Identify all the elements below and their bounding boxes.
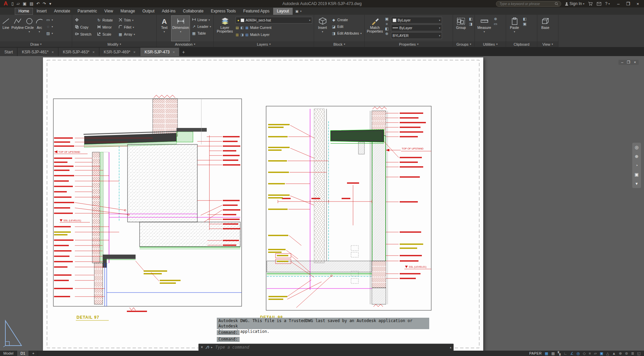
annotation-scale-icon[interactable]: ⊕ — [619, 351, 622, 356]
ribbon-tab[interactable]: Add-ins — [158, 8, 179, 15]
linetype-dropdown[interactable]: BYLAYER ▾ — [391, 32, 442, 39]
command-customize-wrench-icon[interactable] — [205, 345, 209, 349]
fullscreen-icon[interactable]: ◱ — [637, 351, 641, 356]
cut-icon[interactable]: ◧ — [523, 17, 527, 21]
copy-clip-icon[interactable]: ▣ — [523, 22, 527, 26]
command-history-toggle-icon[interactable]: ▴ — [450, 346, 451, 349]
file-tab-close-icon[interactable]: × — [133, 50, 135, 54]
ribbon-tab[interactable]: Home — [15, 8, 33, 15]
workspace-gear-icon[interactable]: ⊛ — [625, 351, 628, 356]
drawing-minimize-button[interactable]: – — [620, 60, 625, 64]
drawing-restore-button[interactable]: ❐ — [626, 60, 631, 64]
measure-button[interactable]: Measure▾ — [476, 16, 492, 41]
scale-button[interactable]: Scale — [96, 31, 114, 37]
selection-cycling-icon[interactable]: ▣ — [600, 351, 603, 356]
ungroup-icon[interactable]: ◧ — [468, 17, 473, 21]
search-icon[interactable] — [555, 2, 558, 6]
qat-dropdown-icon[interactable]: ▾ — [49, 1, 51, 6]
layers-panel-footer[interactable]: Layers▾ — [214, 41, 314, 47]
utilities-panel-footer[interactable]: Utilities▾ — [475, 41, 506, 47]
ribbon-tab[interactable]: Insert — [33, 8, 50, 15]
file-tab-close-icon[interactable]: × — [93, 50, 95, 54]
view-panel-footer[interactable]: View▾ — [537, 41, 558, 47]
new-layout-button[interactable]: + — [29, 351, 38, 356]
polar-tracking-icon[interactable]: ∠ — [570, 351, 574, 356]
match-properties-button[interactable]: Match Properties — [366, 16, 384, 41]
ribbon-tab[interactable]: Collaborate — [179, 8, 207, 15]
object-snap-icon[interactable]: ◎ — [577, 351, 580, 356]
paper-space-indicator[interactable]: PAPER — [529, 351, 542, 355]
insert-button[interactable]: Insert▾ — [315, 16, 330, 41]
paste-button[interactable]: Paste▾ — [507, 16, 522, 41]
cad-drawing[interactable]: TOP OF UPSTAND SSL (LEVEL01) DETAIL 97 — [43, 57, 483, 351]
close-button[interactable]: × — [633, 0, 643, 7]
search-box[interactable] — [496, 1, 561, 7]
autocad-logo-icon[interactable]: A — [0, 0, 11, 7]
base-button[interactable]: Base — [539, 16, 552, 41]
lineweight-list-icon[interactable]: ≡ — [385, 22, 389, 26]
zoom-icon[interactable]: ⊕ — [635, 154, 639, 159]
arc-button[interactable]: Arc▾ — [35, 16, 44, 41]
annotation-panel-footer[interactable]: Annotation▾ — [157, 41, 213, 47]
command-line[interactable]: × ▸ ▴ — [198, 344, 454, 351]
snap-tracking-icon[interactable]: ◇ — [583, 351, 586, 356]
group-button[interactable]: Group — [454, 16, 467, 41]
draw-panel-footer[interactable]: Draw▾ — [0, 41, 72, 47]
hatch-tool-button[interactable]: ▨▾ — [45, 30, 54, 36]
fillet-button[interactable]: Fillet▾ — [117, 24, 136, 30]
orbit-icon[interactable]: ◔ — [635, 163, 638, 168]
command-input[interactable] — [215, 345, 448, 350]
dimension-button[interactable]: Dimension▾ — [171, 16, 190, 41]
grid-icon[interactable]: ▦ — [545, 351, 548, 356]
ribbon-tab[interactable]: Express Tools — [207, 8, 239, 15]
list-properties-icon[interactable]: ⊕ — [385, 32, 389, 36]
search-input[interactable] — [499, 1, 553, 6]
layer-lock-icon[interactable]: ▦ — [245, 26, 248, 30]
snap-icon[interactable]: ▩ — [551, 351, 555, 356]
plot-style-icon[interactable]: ◧ — [385, 27, 389, 31]
ellipse-tool-button[interactable]: ◌▾ — [45, 24, 54, 30]
layer-off-icon[interactable]: ▤ — [236, 26, 239, 30]
layer-dropdown[interactable]: ● A060H_sect-hat ▾ — [236, 17, 312, 24]
edit-block-button[interactable]: ◪Edit — [331, 24, 363, 30]
ribbon-tab[interactable]: Manage — [117, 8, 139, 15]
ribbon-tab[interactable]: View — [101, 8, 117, 15]
move-button[interactable] — [73, 17, 92, 23]
properties-panel-footer[interactable]: Properties▾ — [365, 41, 453, 47]
object-color-icon[interactable]: ▣ — [385, 17, 389, 21]
layer-unisolate-icon[interactable]: ◨ — [240, 33, 243, 37]
help-menu[interactable]: ? ▾ — [605, 1, 610, 6]
customize-icon[interactable]: ≣ — [631, 351, 634, 356]
autoscale-icon[interactable]: ▲ — [612, 351, 616, 355]
new-file-icon[interactable]: ▯ — [11, 1, 14, 6]
groups-panel-footer[interactable]: Groups▾ — [453, 41, 475, 47]
rectangle-tool-button[interactable]: ▭▾ — [45, 17, 54, 23]
quick-select-icon[interactable]: ⊕ — [493, 17, 498, 21]
make-current-button[interactable]: Make Current — [250, 26, 271, 30]
lineweight-icon[interactable]: ≡ — [589, 351, 591, 355]
layer-isolate-icon[interactable]: ▥ — [236, 33, 239, 37]
table-button[interactable]: ▦Table — [191, 30, 212, 36]
layer-walk-icon[interactable]: ▧ — [245, 33, 248, 37]
file-tab[interactable]: KSR-SJP-469* × — [99, 48, 140, 56]
drawing-close-button[interactable]: × — [632, 60, 638, 64]
quick-calc-icon[interactable]: ▭ — [493, 22, 498, 26]
signin-menu[interactable]: Sign In ▾ — [565, 1, 584, 6]
infer-constraints-icon[interactable]: ▚ — [558, 351, 560, 356]
file-tab-close-icon[interactable]: × — [52, 50, 54, 54]
edit-attributes-button[interactable]: ◨Edit Attributes▾ — [331, 30, 363, 36]
linear-button[interactable]: Linear▾ — [191, 17, 212, 23]
match-layer-button[interactable]: Match Layer — [250, 33, 269, 37]
redo-icon[interactable]: ↷ — [43, 1, 46, 6]
layer-properties-button[interactable]: Layer Properties — [215, 16, 235, 41]
app-store-cart-icon[interactable] — [588, 2, 593, 6]
text-button[interactable]: A Text▾ — [158, 16, 170, 41]
ribbon-tab[interactable]: Parametric — [74, 8, 101, 15]
ribbon-tab[interactable]: Featured Apps — [240, 8, 273, 15]
ribbon-display-icon[interactable]: ▣ — [295, 9, 298, 13]
line-button[interactable]: Line — [1, 16, 10, 41]
annotation-visibility-icon[interactable]: △ — [606, 351, 609, 356]
file-tab[interactable]: KSR-SJP-463* × — [58, 48, 99, 56]
layer-freeze-icon[interactable]: ◧ — [240, 26, 243, 30]
showmotion-icon[interactable]: ▣ — [635, 172, 639, 177]
